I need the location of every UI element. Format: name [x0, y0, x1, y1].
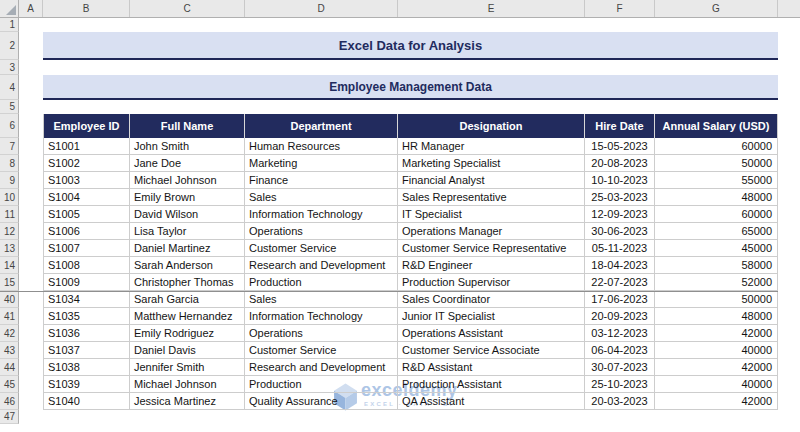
cell-C9[interactable]: Michael Johnson — [130, 172, 245, 189]
cell-C13[interactable]: Daniel Martinez — [130, 240, 245, 257]
cell-D40[interactable]: Sales — [245, 291, 398, 308]
row-header-6[interactable]: 6 — [0, 114, 19, 138]
cell-A42[interactable] — [19, 325, 43, 342]
cell-F8[interactable]: 20-08-2023 — [585, 155, 655, 172]
cell-C42[interactable]: Emily Rodriguez — [130, 325, 245, 342]
cell-A13[interactable] — [19, 240, 43, 257]
cell-D15[interactable]: Production — [245, 274, 398, 291]
table-header-annual-salary-usd-[interactable]: Annual Salary (USD) — [655, 114, 778, 138]
cell-G41[interactable]: 48000 — [655, 308, 778, 325]
cell-F13[interactable]: 05-11-2023 — [585, 240, 655, 257]
cell-A5[interactable] — [19, 100, 43, 114]
cell-G10[interactable]: 48000 — [655, 189, 778, 206]
cell-A46[interactable] — [19, 393, 43, 410]
cell-A43[interactable] — [19, 342, 43, 359]
cell-A6[interactable] — [19, 114, 43, 138]
cell-C41[interactable]: Matthew Hernandez — [130, 308, 245, 325]
cell-B10[interactable]: S1004 — [43, 189, 130, 206]
row-header-1[interactable]: 1 — [0, 18, 19, 32]
cell-A44[interactable] — [19, 359, 43, 376]
cell-D45[interactable]: Production — [245, 376, 398, 393]
cell-A40[interactable] — [19, 291, 43, 308]
cell-G46[interactable]: 42000 — [655, 393, 778, 410]
cell-D14[interactable]: Research and Development — [245, 257, 398, 274]
cell-B41[interactable]: S1035 — [43, 308, 130, 325]
cell-B42[interactable]: S1036 — [43, 325, 130, 342]
cell-B11[interactable]: S1005 — [43, 206, 130, 223]
cell-E15[interactable]: Production Supervisor — [398, 274, 585, 291]
cell-E45[interactable]: Production Assistant — [398, 376, 585, 393]
cell-E9[interactable]: Financial Analyst — [398, 172, 585, 189]
cell-E46[interactable]: QA Assistant — [398, 393, 585, 410]
cell-B15[interactable]: S1009 — [43, 274, 130, 291]
cell-C15[interactable]: Christopher Thomas — [130, 274, 245, 291]
row-header-15[interactable]: 15 — [0, 274, 19, 291]
row-header-46[interactable]: 46 — [0, 393, 19, 410]
cell-C12[interactable]: Lisa Taylor — [130, 223, 245, 240]
cell-G43[interactable]: 40000 — [655, 342, 778, 359]
cell-B13[interactable]: S1007 — [43, 240, 130, 257]
column-header-B[interactable]: B — [43, 0, 130, 17]
cell-C11[interactable]: David Wilson — [130, 206, 245, 223]
cell-A47[interactable] — [19, 410, 43, 424]
cell-G7[interactable]: 60000 — [655, 138, 778, 155]
cell-A41[interactable] — [19, 308, 43, 325]
cell-F40[interactable]: 17-06-2023 — [585, 291, 655, 308]
row-header-11[interactable]: 11 — [0, 206, 19, 223]
cell-D12[interactable]: Operations — [245, 223, 398, 240]
cell-D43[interactable]: Customer Service — [245, 342, 398, 359]
cell-A8[interactable] — [19, 155, 43, 172]
cell-C8[interactable]: Jane Doe — [130, 155, 245, 172]
column-header-G[interactable]: G — [655, 0, 778, 17]
cell-C46[interactable]: Jessica Martinez — [130, 393, 245, 410]
cell-G40[interactable]: 50000 — [655, 291, 778, 308]
cell-E42[interactable]: Operations Assistant — [398, 325, 585, 342]
cell-A9[interactable] — [19, 172, 43, 189]
cell-A45[interactable] — [19, 376, 43, 393]
cell-G14[interactable]: 58000 — [655, 257, 778, 274]
cell-B46[interactable]: S1040 — [43, 393, 130, 410]
cell-F14[interactable]: 18-04-2023 — [585, 257, 655, 274]
row-header-41[interactable]: 41 — [0, 308, 19, 325]
cell-G12[interactable]: 65000 — [655, 223, 778, 240]
cell-A4[interactable] — [19, 75, 43, 100]
cell-F15[interactable]: 22-07-2023 — [585, 274, 655, 291]
cell-D13[interactable]: Customer Service — [245, 240, 398, 257]
row-header-10[interactable]: 10 — [0, 189, 19, 206]
row-header-2[interactable]: 2 — [0, 32, 19, 60]
cell-B8[interactable]: S1002 — [43, 155, 130, 172]
cell-G42[interactable]: 42000 — [655, 325, 778, 342]
cell-B7[interactable]: S1001 — [43, 138, 130, 155]
cell-D7[interactable]: Human Resources — [245, 138, 398, 155]
row-header-40[interactable]: 40 — [0, 291, 19, 308]
cell-D9[interactable]: Finance — [245, 172, 398, 189]
cell-D42[interactable]: Operations — [245, 325, 398, 342]
cell-D11[interactable]: Information Technology — [245, 206, 398, 223]
table-header-employee-id[interactable]: Employee ID — [43, 114, 130, 138]
select-all-corner[interactable] — [0, 0, 19, 17]
cell-E43[interactable]: Customer Service Associate — [398, 342, 585, 359]
cell-E13[interactable]: Customer Service Representative — [398, 240, 585, 257]
cell-F41[interactable]: 20-09-2023 — [585, 308, 655, 325]
cell-F46[interactable]: 20-03-2023 — [585, 393, 655, 410]
row-header-8[interactable]: 8 — [0, 155, 19, 172]
row-header-14[interactable]: 14 — [0, 257, 19, 274]
cell-A3[interactable] — [19, 60, 43, 75]
cell-G8[interactable]: 50000 — [655, 155, 778, 172]
cell-E44[interactable]: R&D Assistant — [398, 359, 585, 376]
cell-E11[interactable]: IT Specialist — [398, 206, 585, 223]
cell-F45[interactable]: 25-10-2023 — [585, 376, 655, 393]
cell-C10[interactable]: Emily Brown — [130, 189, 245, 206]
cell-E40[interactable]: Sales Coordinator — [398, 291, 585, 308]
banner-title2[interactable]: Employee Management Data — [43, 75, 778, 100]
row-header-44[interactable]: 44 — [0, 359, 19, 376]
table-header-full-name[interactable]: Full Name — [130, 114, 245, 138]
cell-B43[interactable]: S1037 — [43, 342, 130, 359]
cell-A7[interactable] — [19, 138, 43, 155]
cell-A1[interactable] — [19, 18, 43, 32]
cell-A2[interactable] — [19, 32, 43, 60]
cell-F43[interactable]: 06-04-2023 — [585, 342, 655, 359]
table-header-department[interactable]: Department — [245, 114, 398, 138]
cell-C7[interactable]: John Smith — [130, 138, 245, 155]
row-header-43[interactable]: 43 — [0, 342, 19, 359]
